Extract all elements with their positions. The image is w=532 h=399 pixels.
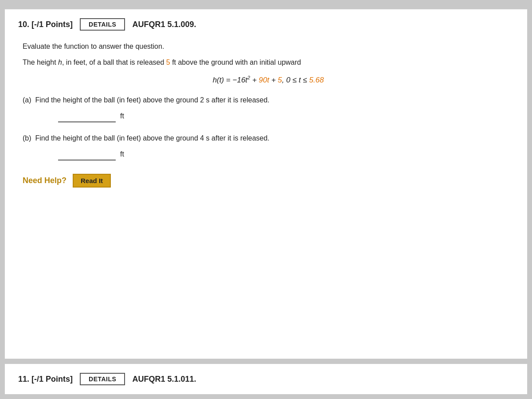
intro-text: Evaluate the function to answer the ques… [23, 41, 514, 52]
formula-568: 5.68 [309, 76, 324, 84]
page-container: 10. [-/1 Points] DETAILS AUFQR1 5.1.009.… [0, 0, 532, 399]
question-11-block: 11. [-/1 Points] DETAILS AUFQR1 5.1.011. [4, 364, 528, 395]
height-desc-part1: The height [23, 59, 58, 66]
formula-label: h(t) = −16t [213, 76, 247, 84]
part-a-letter: (a) [23, 96, 31, 104]
height-desc-h: h [58, 59, 62, 66]
formula-line: h(t) = −16t2 + 90t + 5, 0 ≤ t ≤ 5.68 [23, 74, 514, 86]
formula-5: 5 [278, 76, 282, 84]
question-11-number: 11. [-/1 Points] [18, 375, 73, 384]
part-b-letter: (b) [23, 134, 31, 142]
part-a-unit: ft [120, 112, 124, 120]
q11-num: 11. [18, 375, 29, 383]
q11-points: [-/1 Points] [31, 375, 73, 383]
height-description: The height h, in feet, of a ball that is… [23, 57, 514, 68]
part-b: (b) Find the height of the ball (in feet… [23, 133, 514, 160]
part-b-unit: ft [120, 150, 124, 158]
part-a: (a) Find the height of the ball (in feet… [23, 95, 514, 122]
q10-num: 10. [18, 20, 29, 29]
need-help-text: Need Help? [23, 176, 66, 185]
need-help-row: Need Help? Read It [23, 174, 514, 188]
part-b-input-row: ft [58, 148, 514, 160]
part-b-label: (b) Find the height of the ball (in feet… [23, 133, 514, 144]
formula-rest-part2: + [269, 76, 278, 84]
read-it-button[interactable]: Read It [73, 174, 111, 188]
q11-details-button[interactable]: DETAILS [80, 373, 125, 385]
q10-details-button[interactable]: DETAILS [80, 18, 125, 31]
q11-problem-code: AUFQR1 5.1.011. [132, 375, 196, 384]
question-10-body: Evaluate the function to answer the ques… [18, 41, 514, 188]
part-a-text: Find the height of the ball (in feet) ab… [35, 96, 269, 104]
height-desc-part3: ft above the ground with an initial upwa… [170, 59, 301, 66]
question-10-number: 10. [-/1 Points] [18, 20, 73, 29]
formula-90t: 90t [259, 76, 270, 84]
part-b-text: Find the height of the ball (in feet) ab… [35, 134, 269, 142]
question-10-block: 10. [-/1 Points] DETAILS AUFQR1 5.1.009.… [4, 9, 528, 359]
formula-rest-part1: + [250, 76, 258, 84]
part-a-input-row: ft [58, 110, 514, 122]
height-desc-part2: , in feet, of a ball that is released [62, 59, 166, 66]
q10-problem-code: AUFQR1 5.1.009. [132, 20, 196, 29]
part-b-input[interactable] [58, 148, 116, 160]
height-desc-5: 5 [166, 59, 170, 66]
q10-points: [-/1 Points] [31, 20, 73, 29]
part-a-input[interactable] [58, 110, 116, 122]
part-a-label: (a) Find the height of the ball (in feet… [23, 95, 514, 106]
formula-rest-part3: , 0 ≤ t ≤ [282, 76, 309, 84]
question-10-header: 10. [-/1 Points] DETAILS AUFQR1 5.1.009. [18, 18, 514, 31]
